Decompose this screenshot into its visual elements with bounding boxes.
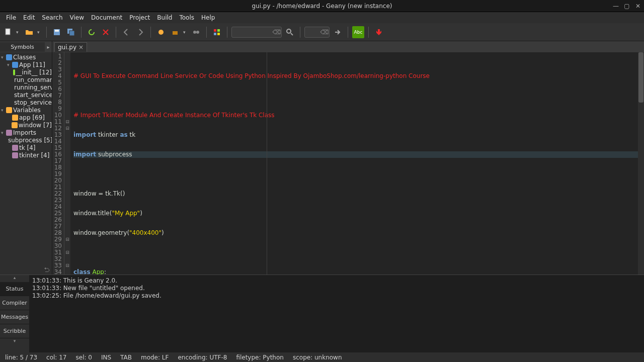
menu-help[interactable]: Help (198, 13, 218, 22)
tree-classes[interactable]: ▾Classes (0, 53, 52, 61)
status-line: 13:01:33: This is Geany 2.0. (32, 277, 641, 285)
reload-button[interactable] (86, 26, 98, 38)
menu-view[interactable]: View (67, 13, 87, 22)
menu-file[interactable]: File (3, 13, 19, 22)
tree-item-running-services[interactable]: running_services (0, 83, 52, 91)
status-encoding: encoding: UTF-8 (178, 354, 227, 361)
new-file-button[interactable] (2, 26, 14, 38)
menu-project[interactable]: Project (126, 13, 153, 22)
tree-item-imp-subprocess[interactable]: subprocess [5] (0, 136, 52, 144)
editor-tabs: gui.py× (52, 41, 644, 52)
quit-button[interactable] (373, 26, 385, 38)
tab-gui-py[interactable]: gui.py× (54, 42, 87, 52)
status-mode: mode: LF (141, 354, 169, 361)
svg-rect-4 (69, 31, 74, 36)
tree-item-stop-services[interactable]: stop_services [52 (0, 99, 52, 106)
close-button[interactable]: ✕ (634, 2, 642, 10)
run-button[interactable]: Abc (352, 26, 364, 38)
menu-search[interactable]: Search (39, 13, 65, 22)
maximize-button[interactable]: ▢ (623, 2, 631, 10)
goto-button[interactable] (332, 26, 344, 38)
close-file-button[interactable] (100, 26, 112, 38)
svg-point-7 (193, 31, 196, 34)
compile-button[interactable] (155, 26, 167, 38)
tree-variables[interactable]: ▾Variables (0, 106, 52, 114)
nav-forward-button[interactable] (134, 26, 146, 38)
open-dropdown[interactable]: ▾ (37, 30, 42, 35)
clear-icon[interactable]: ⌫ (272, 29, 281, 36)
find-input[interactable]: ⌫ (231, 27, 282, 38)
menu-bar: File Edit Search View Document Project B… (0, 12, 644, 23)
color-chooser-button[interactable] (211, 26, 223, 38)
status-scope: scope: unknown (293, 354, 342, 361)
code-body[interactable]: # GUI To Execute Command Line Service Or… (70, 52, 644, 275)
bottom-panel: ▴ Status Compiler Messages Scribble ▾ 13… (0, 275, 644, 352)
status-ins: INS (101, 354, 111, 361)
panel-next[interactable]: ▾ (0, 338, 29, 345)
tree-item-imp-tkinter[interactable]: tkinter [4] (0, 151, 52, 159)
svg-rect-9 (214, 29, 216, 32)
execute-button[interactable] (190, 26, 202, 38)
title-bar: gui.py - /home/edward - Geany (new insta… (0, 0, 644, 12)
minimize-button[interactable]: — (612, 2, 620, 10)
open-file-button[interactable] (23, 26, 35, 38)
code-editor[interactable]: 1234567891011121314151617181920212223242… (52, 52, 644, 275)
svg-rect-12 (217, 33, 220, 35)
new-dropdown[interactable]: ▾ (16, 30, 21, 35)
toolbar: ▾ ▾ ▾ ⌫ ⌫ Abc (0, 23, 644, 41)
status-tab: TAB (120, 354, 132, 361)
window-title: gui.py - /home/edward - Geany (new insta… (252, 3, 392, 10)
menu-document[interactable]: Document (88, 13, 125, 22)
panel-tab-scribble[interactable]: Scribble (0, 324, 29, 338)
vertical-guide (267, 52, 267, 275)
build-button[interactable] (169, 26, 181, 38)
save-all-button[interactable] (65, 26, 77, 38)
vertical-scrollbar[interactable] (638, 52, 644, 275)
save-button[interactable] (51, 26, 63, 38)
menu-build[interactable]: Build (154, 13, 175, 22)
panel-tab-status[interactable]: Status (0, 282, 29, 296)
tree-item-run-command[interactable]: run_command [6 (0, 76, 52, 83)
status-messages: 13:01:33: This is Geany 2.0. 13:01:33: N… (29, 275, 644, 352)
svg-rect-0 (6, 29, 10, 35)
line-gutter: 1234567891011121314151617181920212223242… (52, 52, 64, 275)
menu-tools[interactable]: Tools (176, 13, 197, 22)
status-line: 13:01:33: New file "untitled" opened. (32, 285, 641, 292)
tree-item-var-app[interactable]: app [69] (0, 114, 52, 121)
menu-edit[interactable]: Edit (20, 13, 38, 22)
svg-point-5 (158, 30, 164, 35)
tree-item-init[interactable]: __init__ [12] (0, 68, 52, 76)
tree-item-var-window[interactable]: window [7] (0, 121, 52, 129)
status-filetype: filetype: Python (236, 354, 284, 361)
clear-icon[interactable]: ⌫ (320, 29, 329, 36)
status-line: 13:02:25: File /home/edward/gui.py saved… (32, 292, 641, 300)
svg-point-8 (196, 31, 199, 34)
svg-rect-2 (55, 30, 59, 32)
find-button[interactable] (284, 26, 296, 38)
svg-rect-6 (173, 31, 178, 35)
build-dropdown[interactable]: ▾ (183, 30, 188, 35)
tab-close-icon[interactable]: × (78, 44, 84, 51)
status-line-col: line: 5 / 73 (5, 354, 37, 361)
status-sel: sel: 0 (76, 354, 92, 361)
symbols-tree: ▾Classes ▾App [11] __init__ [12] run_com… (0, 52, 52, 266)
sidebar-tab-next[interactable]: ▸ (45, 44, 52, 50)
panel-tab-compiler[interactable]: Compiler (0, 296, 29, 310)
goto-input[interactable]: ⌫ (304, 27, 330, 38)
status-bar: line: 5 / 73 col: 17 sel: 0 INS TAB mode… (0, 352, 644, 362)
svg-rect-10 (217, 29, 220, 32)
svg-rect-11 (214, 33, 216, 35)
sidebar: Symbols ▸ ▾Classes ▾App [11] __init__ [1… (0, 41, 52, 275)
svg-point-13 (287, 29, 291, 33)
fold-gutter: ⊟⊟⊟⊟⊟⊟ (64, 52, 70, 275)
panel-prev[interactable]: ▴ (0, 275, 29, 282)
tree-item-app[interactable]: ▾App [11] (0, 61, 52, 68)
tree-item-imp-tk[interactable]: tk [4] (0, 144, 52, 151)
tree-imports[interactable]: ▾Imports (0, 129, 52, 136)
status-col: col: 17 (46, 354, 66, 361)
sidebar-tab-symbols[interactable]: Symbols (0, 42, 45, 52)
nav-back-button[interactable] (120, 26, 132, 38)
tree-item-start-services[interactable]: start_services [38 (0, 91, 52, 99)
sidebar-collapse-icon[interactable]: ⮌ (0, 266, 52, 275)
panel-tab-messages[interactable]: Messages (0, 310, 29, 324)
